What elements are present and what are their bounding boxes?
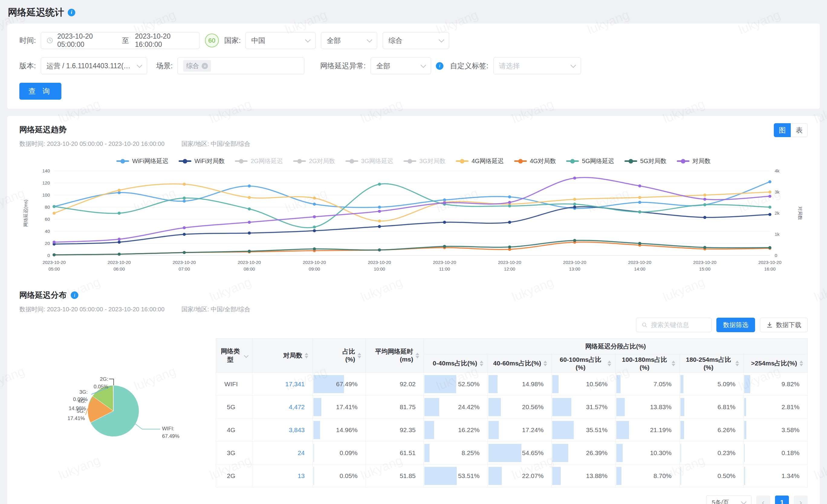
legend-item[interactable]: 2G对局数: [293, 157, 335, 165]
date-range-input[interactable]: 2023-10-20 05:00:00 至 2023-10-20 16:00:0…: [41, 32, 199, 49]
cell-share: 17.41%: [313, 396, 366, 418]
legend-item[interactable]: 3G对局数: [403, 157, 445, 165]
cell-network: 5G: [216, 396, 252, 418]
legend-item[interactable]: 2G网络延迟: [235, 157, 283, 165]
page-size-value: 5条/页: [712, 499, 729, 504]
legend-item[interactable]: 4G对局数: [514, 157, 556, 165]
cell-share: 67.49%: [313, 373, 366, 396]
matches-link[interactable]: 24: [254, 449, 305, 457]
col-header-segment[interactable]: >254ms占比(%): [743, 354, 808, 373]
legend-item[interactable]: 3G网络延迟: [345, 157, 394, 165]
svg-text:2023-10-2006:00: 2023-10-2006:00: [108, 260, 131, 272]
page-title: 网络延迟统计: [8, 6, 64, 19]
time-end-value[interactable]: 2023-10-20 16:00:00: [135, 32, 194, 49]
custom-tag-select[interactable]: 请选择: [493, 57, 581, 74]
info-icon[interactable]: i: [68, 9, 75, 16]
share-bar: [313, 444, 314, 462]
cell-avg-latency: 81.75: [366, 396, 424, 418]
sort-control[interactable]: [480, 360, 483, 366]
sort-control[interactable]: [735, 360, 739, 366]
sort-control[interactable]: [543, 360, 547, 366]
chevron-down-icon: [137, 62, 142, 68]
col-header-matches[interactable]: 对局数: [252, 339, 313, 373]
cell-matches: 24: [252, 442, 313, 464]
svg-text:1k: 1k: [775, 232, 780, 237]
pagination: 5条/页 ‹ 1 ›: [216, 495, 808, 504]
cell-segment-share: 22.07%: [488, 464, 552, 487]
col-header-share[interactable]: 占比(%): [313, 339, 366, 373]
svg-text:4k: 4k: [775, 168, 780, 173]
cell-segment-share: 10.56%: [552, 373, 616, 396]
country-select[interactable]: 中国: [245, 32, 315, 49]
legend-item[interactable]: 5G网络延迟: [566, 157, 614, 165]
svg-text:网络延迟(ms): 网络延迟(ms): [23, 200, 28, 227]
toggle-table-button[interactable]: 表: [791, 123, 808, 137]
segment-bar: [744, 444, 745, 462]
legend-item[interactable]: WiFi对局数: [179, 157, 225, 165]
search-input[interactable]: [650, 321, 706, 329]
search-icon: [642, 322, 647, 328]
cell-matches: 3,843: [252, 418, 313, 442]
sort-control[interactable]: [672, 360, 675, 366]
sort-control[interactable]: [416, 353, 419, 358]
time-start-value[interactable]: 2023-10-20 05:00:00: [57, 32, 116, 49]
legend-item[interactable]: 对局数: [677, 157, 711, 165]
col-group-header: 网络延迟分段占比(%): [424, 339, 808, 354]
svg-text:2023-10-2009:00: 2023-10-2009:00: [303, 260, 326, 272]
tag-close-icon[interactable]: ×: [202, 63, 208, 69]
network-share-pie: WIFI:67.49%5G:17.41%4G:14.96%3G:0.09%2G:…: [19, 357, 216, 487]
distribution-info-icon[interactable]: i: [71, 291, 78, 299]
cell-segment-share: 3.58%: [743, 418, 808, 442]
latency-distribution-table: 网络类型对局数占比(%)平均网络延时(ms)网络延迟分段占比(%)0-40ms占…: [216, 338, 808, 487]
distribution-title: 网络延迟分布: [19, 290, 66, 300]
svg-text:2023-10-2008:00: 2023-10-2008:00: [238, 260, 261, 272]
legend-marker-icon: [116, 159, 129, 163]
duration-badge: 60: [205, 34, 219, 47]
svg-text:67.49%: 67.49%: [162, 433, 180, 439]
legend-label: 4G网络延迟: [472, 157, 504, 165]
col-header-segment[interactable]: 60-100ms占比(%): [552, 354, 616, 373]
dist-meta-time-label: 数据时间:: [19, 306, 45, 313]
cell-network: 2G: [216, 464, 252, 487]
current-page-button[interactable]: 1: [775, 496, 789, 504]
svg-text:80: 80: [45, 205, 50, 210]
col-header-segment[interactable]: 100-180ms占比(%): [616, 354, 680, 373]
next-page-button[interactable]: ›: [794, 496, 808, 504]
dist-meta-region-label: 国家/地区:: [181, 306, 209, 313]
sort-control[interactable]: [357, 353, 361, 358]
legend-marker-icon: [179, 159, 191, 163]
filter-chevron-icon[interactable]: [244, 353, 249, 358]
matches-link[interactable]: 17,341: [254, 381, 305, 388]
col-header-network[interactable]: 网络类型: [216, 339, 252, 373]
col-header-segment[interactable]: 0-40ms占比(%): [424, 354, 488, 373]
distribution-body: WIFI:67.49%5G:17.41%4G:14.96%3G:0.09%2G:…: [19, 338, 808, 504]
sort-control[interactable]: [607, 360, 611, 366]
region-select[interactable]: 全部: [321, 32, 377, 49]
col-header-avg[interactable]: 平均网络延时(ms): [366, 339, 424, 373]
data-download-button[interactable]: 数据下载: [760, 318, 808, 332]
anomaly-select[interactable]: 全部: [371, 57, 431, 74]
search-box[interactable]: [636, 318, 712, 332]
sort-control[interactable]: [305, 353, 308, 358]
anomaly-info-icon[interactable]: i: [436, 62, 443, 70]
trend-meta-region: 中国/全部/综合: [211, 141, 250, 147]
legend-item[interactable]: 4G网络延迟: [456, 157, 504, 165]
legend-item[interactable]: WiFi网络延迟: [116, 157, 168, 165]
cell-segment-share: 1.34%: [743, 464, 808, 487]
sort-control[interactable]: [799, 360, 803, 366]
prev-page-button[interactable]: ‹: [756, 496, 770, 504]
query-button[interactable]: 查 询: [19, 83, 61, 100]
network-select[interactable]: 综合: [383, 32, 449, 49]
legend-marker-icon: [293, 159, 306, 163]
legend-item[interactable]: 5G对局数: [625, 157, 667, 165]
data-filter-button[interactable]: 数据筛选: [716, 318, 755, 332]
col-header-segment[interactable]: 40-60ms占比(%): [488, 354, 552, 373]
version-select[interactable]: 运营 / 1.6.11014403.112(<img/sr...: [41, 57, 147, 74]
scene-tag-input[interactable]: 综合 ×: [178, 57, 304, 74]
page-size-select[interactable]: 5条/页: [706, 495, 751, 504]
toggle-chart-button[interactable]: 图: [774, 123, 791, 137]
matches-link[interactable]: 3,843: [254, 427, 305, 434]
col-header-segment[interactable]: 180-254ms占比(%): [680, 354, 743, 373]
matches-link[interactable]: 13: [254, 472, 305, 480]
matches-link[interactable]: 4,472: [254, 403, 305, 411]
